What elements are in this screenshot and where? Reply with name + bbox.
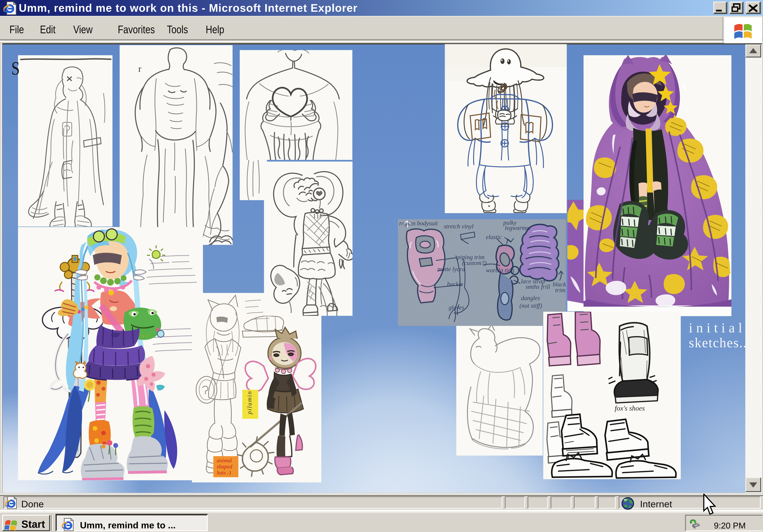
svg-text:elastic: elastic (486, 234, 502, 241)
svg-text:dangles: dangles (521, 295, 540, 301)
svg-text:raglan bodysuit: raglan bodysuit (399, 220, 438, 227)
svg-text:worbla ting: worbla ting (486, 267, 514, 274)
svg-text:r: r (138, 63, 142, 74)
svg-text:(custom?): (custom?) (462, 260, 487, 266)
svg-text:stretch vinyl: stretch vinyl (444, 223, 474, 230)
svg-text:legwarmer: legwarmer (505, 224, 531, 231)
svg-text:hats :): hats :) (217, 470, 231, 476)
svg-text:matte lycra: matte lycra (437, 266, 465, 272)
svg-text:animal: animal (217, 457, 232, 464)
svg-text:shaped: shaped (217, 464, 232, 470)
svg-text:gloves: gloves (449, 304, 464, 311)
svg-text:trim: trim (555, 287, 565, 293)
svg-text:(not stiff): (not stiff) (519, 302, 542, 309)
svg-text:smths frill: smths frill (525, 283, 550, 290)
svg-text:fox's shoes: fox's shoes (615, 404, 645, 412)
